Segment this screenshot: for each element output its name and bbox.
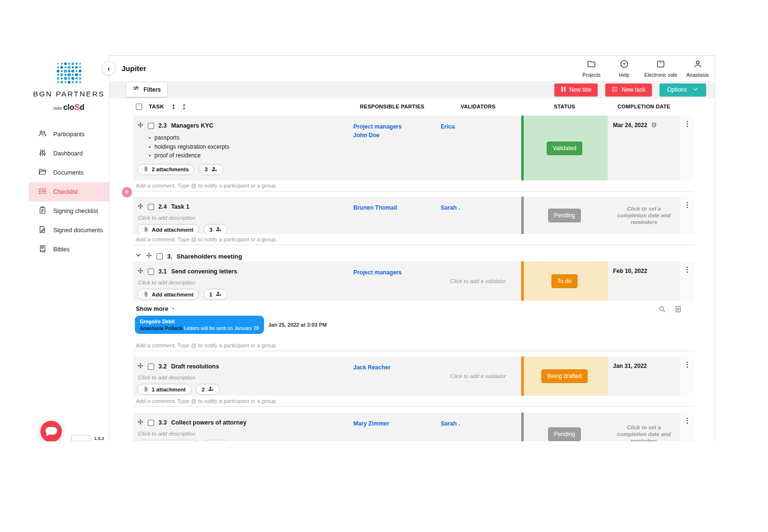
sidebar-item-documents[interactable]: Documents [29, 163, 109, 182]
completion-date-cell[interactable]: Feb 10, 2022 [608, 261, 680, 301]
add-description-placeholder[interactable]: Click to add description [138, 375, 349, 380]
new-title-button[interactable]: H New title [554, 83, 598, 96]
drag-handle-icon[interactable] [137, 121, 144, 130]
responsible-link[interactable]: John Doe [353, 131, 435, 140]
responsible-link[interactable]: Mary Zimmer [353, 419, 435, 428]
comment-input[interactable]: Add a comment. Type @ to notify a partic… [133, 180, 695, 191]
chat-bubble-icon [46, 427, 57, 435]
drag-handle-icon[interactable] [146, 252, 152, 260]
collapse-chevron-icon[interactable] [135, 252, 142, 260]
responsible-link[interactable]: Project managers [353, 122, 435, 131]
responsible-parties-cell: Project managers [349, 261, 435, 301]
status-button[interactable]: Validated [547, 142, 582, 155]
sidebar-item-participants[interactable]: Participants [29, 125, 109, 144]
responsible-link[interactable]: Project managers [353, 268, 435, 277]
validator-link[interactable]: Sarah . [441, 419, 521, 428]
responsible-link[interactable]: Brunen Thomail [353, 203, 435, 212]
sidebar-item-signing-checklist[interactable]: Signing checklist [29, 201, 109, 221]
validators-cell[interactable]: Click to add a validator [435, 356, 521, 396]
add-description-placeholder[interactable]: Click to add description [138, 280, 349, 285]
kebab-menu-icon[interactable]: ⋮ [684, 265, 691, 273]
task-checkbox[interactable] [148, 123, 154, 129]
filters-button[interactable]: Filters [126, 83, 167, 97]
add-description-placeholder[interactable]: Click to add description [138, 431, 349, 437]
sidebar-item-dashboard[interactable]: Dashboard [29, 144, 109, 163]
validators-cell[interactable]: Click to add a validator [435, 261, 521, 301]
add-row-button[interactable]: + [122, 187, 132, 197]
people-pill[interactable]: 3 [204, 224, 228, 234]
completion-date-cell[interactable]: Jan 31, 2022 [608, 356, 680, 396]
task-checkbox[interactable] [148, 269, 154, 275]
attachments-pill[interactable]: 1 attachment [137, 384, 192, 395]
completion-date-cell[interactable]: Mar 24, 2022 [608, 116, 680, 180]
help-icon: ? [619, 62, 629, 71]
add-attachment-pill[interactable]: Add attachment [137, 440, 199, 441]
section-row-shareholders-meeting: 3. Shareholders meeting [133, 251, 695, 261]
attachments-pill[interactable]: 2 attachments [137, 164, 194, 175]
sidebar-item-checklist[interactable]: Checklist [29, 182, 109, 201]
task-checkbox[interactable] [148, 364, 154, 370]
brand-name: BGN PARTNERS [29, 90, 109, 98]
status-button[interactable]: Pending [548, 209, 581, 222]
options-button[interactable]: Options [660, 83, 706, 96]
task-checkbox[interactable] [148, 204, 154, 210]
sidebar-item-signed-documents[interactable]: Signed documents [29, 221, 109, 240]
task-row-2-3: 2.3 Managers KYC passports holdings regi… [133, 116, 695, 180]
people-pill[interactable]: 3 [199, 164, 223, 175]
drag-handle-icon[interactable] [137, 362, 144, 371]
sidebar-item-bibles[interactable]: Bibles [29, 240, 109, 259]
status-button[interactable]: To do [552, 274, 577, 288]
completion-date-cell[interactable]: Click to set a completion date and remin… [608, 413, 680, 441]
status-stripe [521, 261, 524, 301]
select-all-checkbox[interactable] [136, 104, 142, 110]
back-button[interactable]: ‹ [102, 61, 116, 75]
sidebar-item-label: Dashboard [53, 150, 83, 157]
people-pill[interactable]: 1 [204, 440, 228, 441]
kebab-menu-icon[interactable]: ⋮ [684, 360, 691, 368]
add-description-placeholder[interactable]: Click to add description [138, 215, 349, 221]
add-attachment-pill[interactable]: Add attachment [137, 289, 199, 300]
validator-link[interactable]: Sarah . [441, 203, 521, 212]
row-height-icon[interactable] [181, 103, 187, 112]
account-button[interactable]: Anastasia [685, 59, 710, 78]
status-button[interactable]: Being drafted [541, 369, 587, 383]
add-attachment-pill[interactable]: Add attachment [137, 224, 199, 234]
chat-widget-button[interactable] [39, 419, 63, 441]
people-pill[interactable]: 1 [204, 289, 228, 300]
drag-handle-icon[interactable] [137, 418, 144, 427]
comment-input[interactable]: Add a comment. Type @ to notify a partic… [133, 234, 695, 245]
status-stripe [521, 356, 524, 396]
comment-mention: Anastasia Pollack [140, 325, 182, 331]
kebab-menu-icon[interactable]: ⋮ [684, 416, 691, 425]
drag-handle-icon[interactable] [137, 202, 144, 211]
kebab-menu-icon[interactable]: ⋮ [684, 201, 691, 209]
app-version: 1.5.2 [94, 436, 104, 441]
table-header: TASK RESPONSIBLE PARTIES VALIDATORS STAT… [133, 98, 695, 116]
task-checkbox[interactable] [148, 420, 154, 426]
section-checkbox[interactable] [156, 253, 163, 260]
task-row-3-2: 3.2 Draft resolutions Click to add descr… [133, 356, 695, 396]
caret-down-icon [171, 306, 176, 312]
new-task-button[interactable]: New task [605, 83, 651, 96]
kebab-menu-icon[interactable]: ⋮ [684, 119, 691, 128]
validator-link[interactable]: Erica [441, 122, 521, 131]
person-lock-icon [211, 166, 217, 173]
comment-input[interactable]: Add a comment. Type @ to notify a partic… [133, 396, 695, 407]
sort-rows-icon[interactable] [170, 103, 177, 112]
search-comments-icon[interactable] [658, 305, 666, 315]
people-pill[interactable]: 2 [196, 384, 220, 395]
electronic-safe-button[interactable]: Electronic safe [644, 59, 677, 78]
completion-date-cell[interactable]: Click to set a completion date and remin… [608, 197, 680, 234]
electronic-safe-label: Electronic safe [644, 72, 677, 78]
projects-button[interactable]: Projects [579, 59, 604, 78]
status-cell: Being drafted [521, 356, 608, 396]
show-more-button[interactable]: Show more [136, 306, 176, 312]
comment-input[interactable]: Add a comment. Type @ to notify a partic… [133, 340, 695, 351]
export-pdf-icon[interactable] [674, 305, 682, 315]
help-button[interactable]: ? Help [612, 59, 636, 78]
drag-handle-icon[interactable] [137, 267, 144, 276]
folder-open-icon [38, 167, 47, 178]
responsible-link[interactable]: Jack Reacher [353, 363, 435, 372]
sidebar-item-label: Documents [53, 169, 84, 176]
status-button[interactable]: Pending [548, 427, 581, 441]
